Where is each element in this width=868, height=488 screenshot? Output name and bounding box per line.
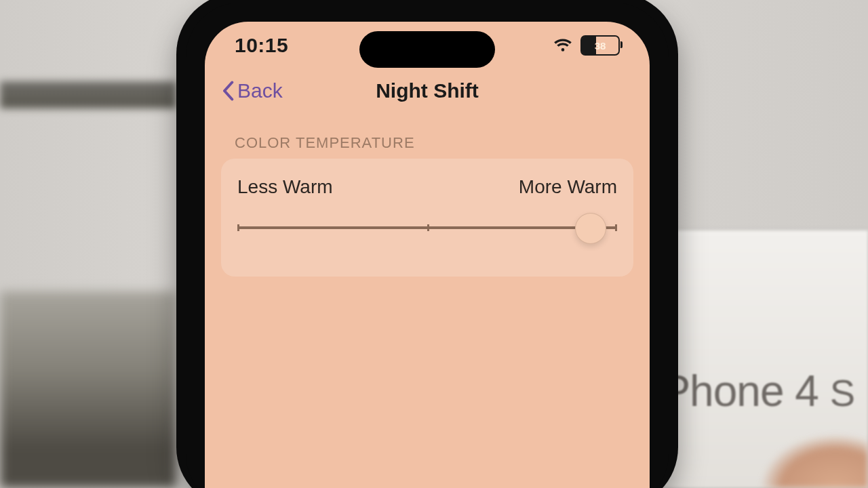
back-button[interactable]: Back	[221, 69, 283, 113]
battery-indicator: 38	[580, 35, 620, 56]
color-temperature-card: Less Warm More Warm	[221, 159, 633, 277]
chevron-left-icon	[221, 81, 235, 101]
iphone4s-box-label: Phone 4 S	[661, 366, 854, 416]
dynamic-island	[359, 31, 495, 68]
battery-percent: 38	[582, 39, 618, 53]
section-header-color-temperature: COLOR TEMPERATURE	[235, 134, 620, 152]
status-time: 10:15	[235, 34, 288, 57]
phone-frame: 10:15 38 Back Night Shift COLOR T	[176, 0, 678, 488]
navigation-bar: Back Night Shift	[205, 69, 650, 113]
background-shelf	[0, 81, 176, 108]
phone-screen: 10:15 38 Back Night Shift COLOR T	[205, 22, 650, 488]
page-title: Night Shift	[376, 79, 479, 102]
status-bar: 10:15 38	[205, 22, 650, 69]
back-label: Back	[237, 79, 283, 102]
slider-thumb[interactable]	[575, 213, 606, 244]
slider-max-label: More Warm	[519, 176, 617, 198]
wifi-icon	[553, 38, 572, 53]
slider-min-label: Less Warm	[237, 176, 333, 198]
color-temperature-slider[interactable]	[237, 217, 617, 239]
